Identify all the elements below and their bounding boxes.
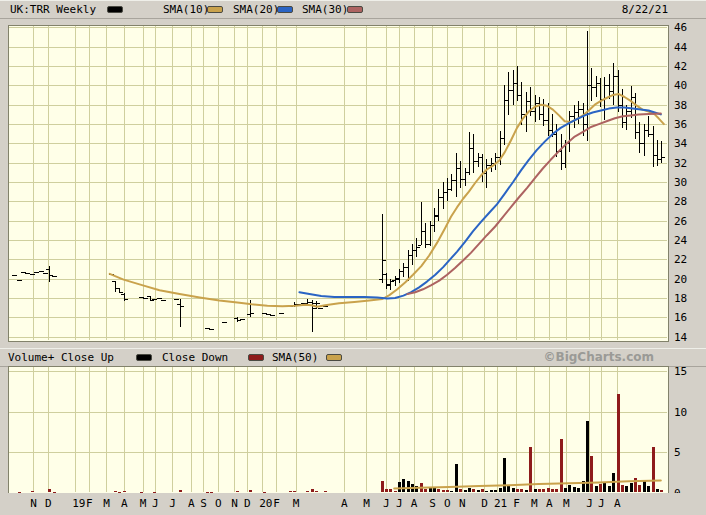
y-axis-tick: 5 [674,446,681,459]
x-axis-label: D [244,497,251,510]
x-axis-label: 20 [259,497,272,510]
y-axis-tick: 36 [674,118,687,131]
bigcharts-watermark: ©BigCharts.com [543,350,654,364]
x-axis-label: M [103,497,110,510]
x-axis-label: A [614,497,621,510]
sma20-label: SMA(20) [233,3,279,16]
x-axis-label: J [152,497,159,510]
x-axis-label: J [396,497,403,510]
x-axis-label: A [411,497,418,510]
x-axis-label: F [273,497,280,510]
chart-date: 8/22/21 [622,3,668,16]
y-axis-tick: 38 [674,99,687,112]
y-axis-tick: 34 [674,137,688,150]
price-chart: 4644424038363432302826242220181614 [0,18,706,349]
sma10-label: SMA(10) [163,3,209,16]
sma50-swatch [326,354,342,361]
volume-chart: 151050 [0,365,706,493]
x-axis-label: A [188,497,195,510]
y-axis-tick: 32 [674,157,687,170]
x-axis-label: N [30,497,37,510]
x-axis-label: M [563,497,570,510]
y-axis-tick: 40 [674,79,687,92]
volume-down-label: Close Down [162,351,228,364]
volume-up-label: Volume+ Close Up [8,351,114,364]
price-series-swatch [107,6,123,13]
x-axis: ND19FMAMJJASOND20FMAMJJASOND21FMAMJJA [0,493,706,515]
y-axis-tick: 18 [674,292,687,305]
y-axis-tick: 42 [674,60,687,73]
x-axis-label: J [169,497,176,510]
stock-chart-window: UK:TRR Weekly SMA(10) SMA(20) SMA(30) 8/… [0,0,706,515]
y-axis-tick: 24 [674,234,688,247]
x-axis-label: 21 [494,497,507,510]
x-axis-label: A [546,497,553,510]
y-axis-tick: 28 [674,195,687,208]
volume-down-swatch [248,354,264,361]
x-axis-label: F [86,497,93,510]
sma30-swatch [347,6,363,13]
x-axis-label: J [383,497,390,510]
x-axis-label: 19 [72,497,85,510]
x-axis-label: M [293,497,300,510]
x-axis-label: M [140,497,147,510]
y-axis-tick: 26 [674,215,687,228]
volume-up-swatch [136,354,152,361]
x-axis-label: A [121,497,128,510]
y-axis-tick: 14 [674,331,688,344]
y-axis-tick: 20 [674,273,687,286]
x-axis-label: M [363,497,370,510]
x-axis-label: O [444,497,451,510]
sma30-label: SMA(30) [302,3,348,16]
y-axis-tick: 16 [674,311,687,324]
y-axis-tick: 30 [674,176,687,189]
x-axis-label: J [586,497,593,510]
symbol-label: UK:TRR Weekly [10,3,96,16]
y-axis-tick: 15 [674,365,687,378]
x-axis-label: F [513,497,520,510]
y-axis-tick: 22 [674,253,687,266]
sma20-swatch [277,6,293,13]
x-axis-label: N [459,497,466,510]
y-axis-tick: 44 [674,41,688,54]
x-axis-label: O [215,497,222,510]
x-axis-label: S [200,497,207,510]
x-axis-label: S [429,497,436,510]
price-legend-bar: UK:TRR Weekly SMA(10) SMA(20) SMA(30) 8/… [0,0,706,19]
x-axis-label: D [45,497,52,510]
y-axis-tick: 10 [674,406,687,419]
y-axis-tick: 46 [674,21,687,34]
sma50-label: SMA(50) [272,351,318,364]
x-axis-label: M [531,497,538,510]
sma10-swatch [207,6,223,13]
x-axis-label: A [341,497,348,510]
x-axis-label: D [481,497,488,510]
x-axis-label: N [231,497,238,510]
x-axis-label: J [598,497,605,510]
